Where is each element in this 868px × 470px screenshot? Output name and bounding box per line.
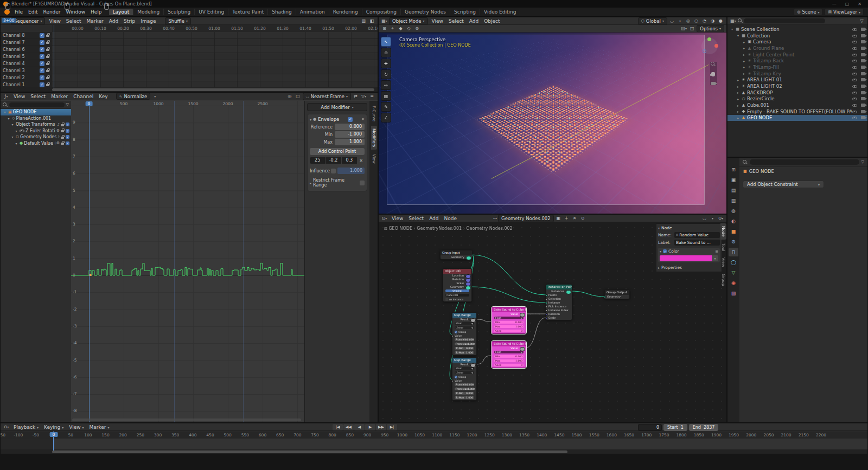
disable-render-icon[interactable] xyxy=(861,116,865,119)
menu-view[interactable]: View xyxy=(429,18,446,24)
outliner-item-ground-plane[interactable]: ▸ ▲ Ground Plane xyxy=(727,45,867,51)
jump-start-button[interactable]: |◀ xyxy=(333,424,343,430)
modifier-enable-checkbox[interactable]: ✓ xyxy=(348,117,353,122)
menu-keying[interactable]: Keying ▾ xyxy=(41,424,66,430)
node-number-field[interactable]: To Max1.000 xyxy=(455,351,474,354)
sequencer-overlay-dropdown[interactable]: Shuffle▾ xyxy=(165,17,191,25)
node-number-field[interactable]: Min0.000 xyxy=(494,355,524,358)
disable-render-icon[interactable] xyxy=(861,78,865,81)
outliner-search-input[interactable] xyxy=(744,18,825,23)
active-object-name[interactable]: GEO NODE xyxy=(749,169,774,174)
disclosure-icon[interactable]: ▸ xyxy=(736,110,741,113)
properties-tab-modifiers[interactable]: ⚙ xyxy=(729,237,738,246)
add-control-point-button[interactable]: Add Control Point xyxy=(310,148,365,155)
disclosure-icon[interactable]: ▸ xyxy=(742,46,746,50)
filter-icon[interactable]: ▽ xyxy=(858,18,865,24)
disable-render-icon[interactable] xyxy=(861,40,865,43)
sequencer-scrollbar[interactable] xyxy=(1,87,378,92)
socket-result-out[interactable]: Result xyxy=(452,318,476,321)
menu-image[interactable]: Image xyxy=(138,18,158,24)
lock-icon[interactable] xyxy=(46,33,50,37)
channel-strip-area[interactable] xyxy=(52,32,378,38)
cursor-tool-icon[interactable]: ⌖ xyxy=(389,25,396,32)
disclosure-icon[interactable]: ▾ xyxy=(10,123,15,126)
disclosure-icon[interactable]: ▸ xyxy=(736,78,741,82)
lock-icon[interactable] xyxy=(61,123,65,127)
tool-rotate-icon[interactable]: ↻ xyxy=(381,69,391,79)
socket-value-out[interactable]: Value xyxy=(492,346,526,350)
socket-scale-in[interactable]: Scale xyxy=(546,316,572,320)
collapse-icon[interactable]: ▸ xyxy=(310,181,311,185)
node-label-field[interactable]: Bake Sound to ... xyxy=(674,240,720,246)
properties-search-input[interactable] xyxy=(750,159,859,165)
disable-render-icon[interactable] xyxy=(861,110,865,113)
tool-move-icon[interactable]: ✚ xyxy=(381,59,391,68)
channel-enable-checkbox[interactable]: ✓ xyxy=(40,33,44,38)
socket-value-out[interactable]: Value xyxy=(492,312,526,316)
collapse-icon[interactable]: ▾ xyxy=(310,118,311,121)
snap-magnet-icon[interactable]: ◡ xyxy=(668,18,675,24)
orientation-dropdown[interactable]: ⬡ Global▾ xyxy=(638,17,667,25)
disclosure-icon[interactable]: ▾ xyxy=(14,129,18,133)
copy-paste-icon[interactable]: ⇄ xyxy=(352,93,359,100)
node-bake-sound-to-cube-rotation[interactable]: Bake Sound to Cube RotationValueFloat▾Mi… xyxy=(492,307,526,334)
node-number-field[interactable]: Seed0 xyxy=(494,330,524,332)
outliner-item-beziercircle[interactable]: ▸ ○ BezierCircle xyxy=(727,96,867,102)
workspace-tab-compositing[interactable]: Compositing xyxy=(362,9,401,15)
properties-tab-physics[interactable]: ◯ xyxy=(729,258,738,267)
socket-result-out[interactable]: Result xyxy=(452,363,476,366)
node-map-range-rotation[interactable]: Map RangeResultFloat▾Linear▾✓ClampValueF… xyxy=(452,312,477,356)
filter-icon[interactable]: ▽ xyxy=(66,102,69,107)
workspace-tab-geometry-nodes[interactable]: Geometry Nodes xyxy=(401,9,450,15)
socket-selection-in[interactable]: Selection xyxy=(546,297,572,301)
channel-checkbox[interactable]: ✓ xyxy=(66,129,69,133)
disclosure-icon[interactable]: ▸ xyxy=(736,85,741,88)
lock-icon[interactable] xyxy=(46,82,50,87)
sequencer-channel-channel-8[interactable]: Channel 8 ✓ xyxy=(1,32,378,39)
graph-playhead-badge[interactable]: 0 xyxy=(86,101,93,106)
play-reverse-button[interactable]: ◀ xyxy=(354,424,365,430)
disclosure-icon[interactable]: ▸ xyxy=(736,116,741,120)
mode-dropdown[interactable]: Object Mode▾ xyxy=(389,17,428,25)
menu-select[interactable]: Select xyxy=(28,93,48,100)
collapse-icon[interactable]: ▸ xyxy=(658,266,660,269)
outliner-item-camera[interactable]: ▸ ▣ Camera xyxy=(727,38,867,45)
editor-type-icon[interactable]: ƒ▾ xyxy=(3,93,10,100)
disable-render-icon[interactable] xyxy=(861,34,865,37)
disable-render-icon[interactable] xyxy=(861,47,865,50)
node-object-info[interactable]: Object InfoLocationRotationScaleGeometry… xyxy=(443,268,472,302)
menu-add[interactable]: Add xyxy=(426,215,441,222)
editor-type-icon[interactable]: ⊙▾ xyxy=(3,424,10,430)
node-dropdown[interactable]: Linear▾ xyxy=(455,326,474,329)
scene-selector[interactable]: ◍ Scene ▾ xyxy=(794,8,822,16)
channel-strip-area[interactable] xyxy=(52,53,378,60)
menu-view[interactable]: View xyxy=(11,93,28,100)
axis-z-handle[interactable] xyxy=(703,49,706,53)
channel-enable-checkbox[interactable]: ✓ xyxy=(40,47,44,52)
channel-enable-checkbox[interactable]: ✓ xyxy=(40,54,44,59)
channel-search-input[interactable] xyxy=(9,102,65,107)
disclosure-icon[interactable]: ▸ xyxy=(742,40,746,44)
socket-value-in[interactable]: Value xyxy=(452,379,476,383)
restrict-checkbox[interactable] xyxy=(360,181,365,185)
node-dropdown[interactable]: Linear▾ xyxy=(455,371,474,374)
socket-scale-out[interactable]: Scale xyxy=(443,281,471,285)
collapse-icon[interactable]: ▾ xyxy=(660,249,661,253)
hide-eye-icon[interactable] xyxy=(852,84,857,88)
menu-view[interactable]: View xyxy=(389,215,406,222)
xray-toggle-icon[interactable]: ⊚ xyxy=(413,25,420,32)
disclosure-icon[interactable]: ▾ xyxy=(736,34,741,37)
overlay-toggle-icon[interactable]: ◇ xyxy=(405,25,412,32)
socket-geometry-out[interactable]: Geometry xyxy=(441,255,472,259)
menu-edit[interactable]: Edit xyxy=(25,9,40,15)
disclosure-icon[interactable]: ▸ xyxy=(736,91,741,94)
graph-channel-object-transforms[interactable]: ▾ Object Transforms ♪✓ xyxy=(1,121,71,128)
outliner-item-area-light-01[interactable]: ▸ ☀ AREA LIGHT 01 xyxy=(727,77,867,83)
color-checkbox[interactable]: ✓ xyxy=(663,249,667,253)
channel-strip-area[interactable] xyxy=(52,67,378,74)
node-number-field[interactable]: Max1.000 xyxy=(494,325,524,328)
channel-strip-area[interactable] xyxy=(52,46,378,53)
node-number-field[interactable]: To Max1.000 xyxy=(455,396,474,399)
lock-icon[interactable] xyxy=(46,54,50,59)
lock-icon[interactable] xyxy=(61,141,65,145)
